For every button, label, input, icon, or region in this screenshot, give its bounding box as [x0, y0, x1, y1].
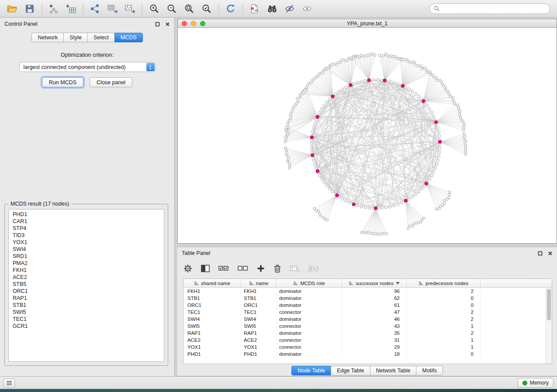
panel-menu-button[interactable] [3, 378, 15, 388]
table-cell: RAP1 [241, 330, 277, 337]
close-panel-icon[interactable] [165, 22, 170, 27]
export-table-button[interactable] [105, 2, 121, 15]
zoom-selected-button[interactable] [199, 2, 214, 15]
tab-network[interactable]: Network [31, 33, 64, 42]
mcds-result-item[interactable]: STP4 [9, 225, 164, 232]
memory-button[interactable]: Memory [518, 378, 554, 388]
tab-motifs[interactable]: Motifs [416, 366, 443, 375]
network-canvas[interactable] [178, 28, 557, 243]
table-cell: dominator [277, 295, 342, 302]
table-row[interactable]: STB1STB1dominator620 [183, 295, 552, 302]
show-columns-button[interactable] [201, 262, 210, 275]
mcds-result-item[interactable]: SWI5 [9, 309, 164, 316]
mcds-result-item[interactable]: RAP1 [9, 295, 164, 302]
table-settings-button[interactable] [183, 262, 192, 275]
tab-edge-table[interactable]: Edge Table [331, 366, 370, 375]
import-table-button[interactable] [63, 2, 79, 15]
table-row[interactable]: ORC1ORC1dominator610 [183, 302, 552, 309]
mcds-result-item[interactable]: ACE2 [9, 274, 164, 281]
optimization-criterion-select[interactable]: largest connected component (undirected)… [19, 62, 156, 72]
open-file-button[interactable] [4, 2, 20, 15]
mcds-result-item[interactable]: GCR1 [9, 323, 164, 330]
delete-table-button[interactable] [290, 262, 300, 275]
table-row[interactable]: ACE2ACE2connector311 [183, 337, 552, 344]
table-row[interactable]: SWI4SWI4dominator462 [183, 316, 552, 323]
select-all-rows-button[interactable] [218, 262, 229, 275]
close-panel-button[interactable]: Close panel [90, 77, 132, 87]
mcds-result-item[interactable]: STB1 [9, 302, 164, 309]
mcds-result-item[interactable]: STB5 [9, 281, 164, 288]
column-header-name[interactable]: name [241, 279, 277, 287]
mcds-buttons: Run MCDS Close panel [0, 77, 174, 87]
mcds-result-item[interactable]: ORC1 [9, 288, 164, 295]
search-input[interactable] [429, 3, 550, 14]
column-header-predecessor-nodes[interactable]: predecessor nodes [407, 279, 481, 287]
mcds-result-item[interactable]: TEC1 [9, 316, 164, 323]
table-row[interactable]: YOX1YOX1connector291 [183, 344, 552, 351]
table-cell: 62 [342, 295, 407, 302]
function-builder-button[interactable]: f(x) [308, 262, 318, 275]
table-cell: 96 [342, 288, 407, 295]
zoom-in-icon [149, 4, 159, 14]
export-network-button[interactable] [87, 2, 103, 15]
mcds-result-list[interactable]: PHD1CAR1STP4TID3YOX1SWI4SRD1PMA2FKH1ACE2… [8, 209, 164, 362]
create-column-button[interactable] [257, 262, 265, 275]
table-scrollbar[interactable] [546, 288, 552, 364]
table-cell: STB1 [183, 295, 241, 302]
tab-mcds[interactable]: MCDS [114, 33, 143, 42]
table-cell: connector [277, 337, 342, 344]
search-network-button[interactable] [264, 2, 280, 15]
export-image-button[interactable] [122, 2, 138, 15]
share-document-button[interactable] [247, 2, 263, 15]
node-table: shared namenameMCDS rolesuccessor nodesp… [183, 279, 552, 364]
mcds-result-item[interactable]: FKH1 [9, 267, 164, 274]
float-table-panel-icon[interactable] [538, 251, 543, 256]
table-cell: FKH1 [183, 288, 241, 295]
column-header-shared-name[interactable]: shared name [183, 279, 241, 287]
table-row[interactable]: PHD1PHD1dominator180 [183, 351, 552, 358]
refresh-button[interactable] [223, 2, 239, 15]
zoom-in-button[interactable] [146, 2, 162, 15]
mcds-result-item[interactable]: PMA2 [9, 260, 164, 267]
show-all-button[interactable] [299, 2, 315, 15]
import-network-icon [48, 3, 59, 14]
horizontal-splitter[interactable] [177, 244, 557, 247]
mcds-result-item[interactable]: SRD1 [9, 253, 164, 260]
column-header-successor-nodes[interactable]: successor nodes [342, 279, 407, 287]
maximize-window-icon[interactable] [200, 21, 205, 26]
hide-selected-button[interactable] [282, 2, 298, 15]
save-session-button[interactable] [22, 2, 38, 15]
run-mcds-button[interactable]: Run MCDS [42, 77, 83, 87]
tab-select[interactable]: Select [87, 33, 115, 42]
minimize-window-icon[interactable] [191, 21, 196, 26]
table-cell: PHD1 [183, 351, 241, 358]
network-graph[interactable] [178, 28, 557, 243]
table-row[interactable]: TEC1TEC1connector472 [183, 309, 552, 316]
mcds-result-item[interactable]: SWI4 [9, 246, 164, 253]
mcds-result-item[interactable]: YOX1 [9, 239, 164, 246]
table-cell: PHD1 [241, 351, 277, 358]
mcds-result-item[interactable]: PHD1 [9, 211, 164, 218]
close-window-icon[interactable] [182, 21, 187, 26]
close-table-panel-icon[interactable] [548, 251, 553, 256]
column-header-MCDS-role[interactable]: MCDS role [277, 279, 342, 287]
optimization-criterion-label: Optimization criterion: [0, 52, 174, 58]
tab-network-table[interactable]: Network Table [370, 366, 417, 375]
table-cell: 0 [407, 351, 481, 358]
deselect-all-rows-button[interactable] [238, 262, 248, 275]
float-panel-icon[interactable] [155, 22, 160, 27]
zoom-out-button[interactable] [164, 2, 180, 15]
table-row[interactable]: RAP1RAP1dominator352 [183, 330, 552, 337]
scrollbar-thumb[interactable] [547, 289, 551, 320]
import-network-button[interactable] [46, 2, 62, 15]
zoom-fit-button[interactable] [181, 2, 197, 15]
delete-column-button[interactable] [273, 262, 281, 275]
sort-icon [419, 281, 423, 285]
mcds-result-item[interactable]: TID3 [9, 232, 164, 239]
table-row[interactable]: SWI5SWI5connector431 [183, 323, 552, 330]
tab-style[interactable]: Style [63, 33, 88, 42]
mcds-result-item[interactable]: CAR1 [9, 218, 164, 225]
table-row[interactable]: FKH1FKH1dominator962 [183, 288, 552, 295]
memory-label: Memory [530, 380, 549, 386]
tab-node-table[interactable]: Node Table [291, 366, 331, 375]
